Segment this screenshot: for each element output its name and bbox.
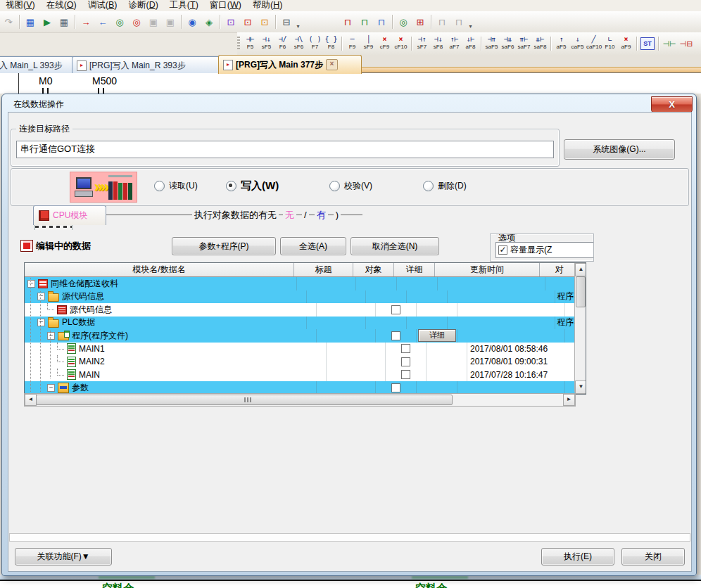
verify-doc-icon[interactable]: ⊡ bbox=[223, 14, 239, 30]
tab-cpu-module[interactable]: CPU模块 bbox=[33, 205, 106, 225]
ladder-symbol-button-caF5[interactable]: ↓caF5 bbox=[569, 34, 586, 53]
menu-item[interactable]: 调试(B) bbox=[82, 0, 123, 11]
table-row[interactable]: MAIN2017/07/28 10:16:47 bbox=[25, 369, 586, 382]
device-batch-monitor-icon[interactable]: ▦ bbox=[56, 14, 72, 30]
table-horizontal-scrollbar[interactable]: ◄ ► bbox=[24, 393, 576, 407]
edit-ladder-icon[interactable]: ⊣⊢ bbox=[662, 36, 677, 51]
target-checkbox[interactable] bbox=[401, 370, 410, 379]
ladder-symbol-button-aF5[interactable]: ↑aF5 bbox=[553, 34, 569, 53]
tree-expander-icon[interactable]: – bbox=[47, 384, 55, 392]
table-row[interactable]: –参数 bbox=[25, 381, 586, 395]
select-all-button[interactable]: 全选(A) bbox=[280, 237, 346, 255]
ladder-symbol-button-F7[interactable]: ( )F7 bbox=[307, 34, 323, 53]
monitor-resume-icon[interactable]: ▣ bbox=[163, 14, 178, 30]
menu-item[interactable]: 工具(T) bbox=[164, 0, 204, 11]
ladder-disabled-1-icon[interactable]: ⊓ bbox=[434, 14, 450, 30]
ladder-symbol-button-F10[interactable]: ∟F10 bbox=[602, 34, 618, 53]
monitor-start-icon[interactable]: ◎ bbox=[112, 14, 127, 30]
column-header[interactable]: 更新时间 bbox=[435, 263, 540, 276]
column-header[interactable]: 标题 bbox=[294, 263, 353, 276]
related-functions-button[interactable]: 关联功能(F)▼ bbox=[15, 548, 112, 565]
ladder-symbol-button-sF6[interactable]: ⊣\sF6 bbox=[291, 34, 307, 53]
system-image-button[interactable]: 系统图像(G)... bbox=[564, 139, 675, 160]
target-checkbox[interactable] bbox=[391, 331, 400, 340]
ladder-disabled-2-icon[interactable]: ⊓ bbox=[451, 14, 467, 30]
scroll-down-button[interactable]: ▼ bbox=[575, 381, 586, 394]
ladder-monitor-red-icon[interactable]: ⊓ bbox=[340, 14, 355, 30]
ladder-symbol-button-saF8[interactable]: ⇊⊢saF8 bbox=[532, 34, 548, 53]
table-row[interactable]: MAIN12017/08/01 08:58:46 bbox=[25, 343, 586, 356]
column-header[interactable]: 详细 bbox=[394, 263, 435, 276]
ladder-symbol-button-cF9[interactable]: ×cF9 bbox=[377, 34, 393, 53]
document-tab-active[interactable]: ▸[PRG]写入 Main 377步× bbox=[218, 55, 362, 74]
table-vertical-scrollbar[interactable]: ▲ ▼ bbox=[574, 263, 586, 392]
ladder-symbol-button-sF8[interactable]: ⊣↓sF8 bbox=[430, 34, 446, 53]
toolbar-overflow-icon[interactable]: ▾ bbox=[467, 14, 474, 30]
menu-item[interactable]: 窗口(W) bbox=[204, 0, 247, 11]
ladder-symbol-button-F8[interactable]: { }F8 bbox=[323, 34, 339, 53]
write-to-plc-icon[interactable]: → bbox=[78, 14, 94, 30]
device-diamond-icon[interactable]: ◈ bbox=[201, 14, 217, 30]
read-from-plc-icon[interactable]: ← bbox=[95, 14, 110, 30]
detail-button[interactable]: 详细 bbox=[418, 329, 456, 342]
ladder-symbol-button-aF7[interactable]: ↑⊢aF7 bbox=[446, 34, 462, 53]
menu-item[interactable]: 诊断(D) bbox=[122, 0, 163, 11]
tree-expander-icon[interactable]: – bbox=[37, 319, 45, 326]
tab-close-icon[interactable]: × bbox=[326, 59, 338, 70]
target-checkbox[interactable] bbox=[391, 383, 400, 392]
ladder-pulse-icon[interactable]: ⊓ bbox=[374, 14, 389, 30]
document-tab[interactable]: 入 Main_L 393步 bbox=[0, 56, 79, 74]
radio-read[interactable]: 读取(U) bbox=[154, 180, 198, 191]
column-header[interactable]: 模块名/数据名 bbox=[25, 263, 294, 276]
screen-monitor-icon[interactable]: ▶ bbox=[39, 14, 55, 30]
ladder-symbol-button-F5[interactable]: ⊣⊢F5 bbox=[242, 34, 258, 53]
find-monitor-icon[interactable]: ◎ bbox=[396, 14, 411, 30]
table-row[interactable]: 源代码信息 bbox=[25, 303, 586, 317]
close-button[interactable]: 关闭 bbox=[621, 548, 685, 565]
target-checkbox[interactable] bbox=[401, 357, 410, 366]
ladder-symbol-button-sF7[interactable]: ⊣↑sF7 bbox=[414, 34, 430, 53]
tree-expander-icon[interactable]: – bbox=[27, 280, 35, 288]
ladder-symbol-button-caF10[interactable]: ╱caF10 bbox=[586, 34, 602, 53]
column-header[interactable]: 对 bbox=[540, 263, 579, 276]
ladder-symbol-button-saF6[interactable]: ⊣⇊saF6 bbox=[500, 34, 516, 53]
st-language-icon[interactable]: ST bbox=[640, 37, 655, 50]
device-test-icon[interactable]: ◉ bbox=[184, 14, 200, 30]
radio-verify[interactable]: 校验(V) bbox=[329, 180, 372, 191]
monitor-pause-icon[interactable]: ▣ bbox=[146, 14, 161, 30]
scroll-right-button[interactable]: ► bbox=[563, 394, 575, 406]
radio-write[interactable]: 写入(W) bbox=[226, 180, 279, 191]
ladder-symbol-button-sF5[interactable]: ⊣↓sF5 bbox=[258, 34, 274, 53]
ladder-symbol-button-aF9[interactable]: ×aF9 bbox=[618, 34, 634, 53]
menu-item[interactable]: 在线(O) bbox=[41, 0, 82, 11]
tree-expander-icon[interactable]: – bbox=[47, 332, 55, 340]
column-header[interactable]: 对象 bbox=[353, 263, 394, 276]
menu-item[interactable]: 视图(V) bbox=[0, 0, 41, 11]
capacity-checkbox[interactable]: ✓ bbox=[498, 245, 507, 255]
ladder-symbol-button-sF9[interactable]: │sF9 bbox=[360, 34, 377, 53]
table-row[interactable]: –同维仓储配送收料 bbox=[25, 277, 586, 290]
screen-icon[interactable]: ⊟ bbox=[279, 14, 294, 30]
ladder-symbol-button-aF8[interactable]: ↓⊢aF8 bbox=[462, 34, 479, 53]
close-icon[interactable]: X bbox=[651, 96, 693, 113]
device-monitor-icon[interactable]: ▦ bbox=[23, 14, 38, 30]
read-doc-icon[interactable]: ⊡ bbox=[257, 14, 272, 30]
ladder-symbol-button-saF7[interactable]: ⇈⊢saF7 bbox=[516, 34, 532, 53]
ladder-symbol-button-saF5[interactable]: ⊣⇈saF5 bbox=[484, 34, 500, 53]
table-row[interactable]: –程序(程序文件)详细 bbox=[25, 329, 586, 343]
ladder-symbol-button-F6[interactable]: ⊣/F6 bbox=[274, 34, 291, 53]
horizontal-scroll-thumb[interactable] bbox=[36, 395, 453, 405]
scroll-up-button[interactable]: ▲ bbox=[575, 263, 586, 276]
ladder-monitor-green-icon[interactable]: ⊓ bbox=[357, 14, 372, 30]
menu-item[interactable]: 帮助(H) bbox=[247, 0, 288, 11]
table-row[interactable]: –源代码信息程序存 bbox=[25, 290, 586, 304]
monitor-stop-icon[interactable]: ◎ bbox=[129, 14, 144, 30]
write-monitor-icon[interactable]: ⊞ bbox=[412, 14, 428, 30]
table-row[interactable]: –PLC数据程序存 bbox=[25, 317, 586, 330]
ladder-symbol-button-cF10[interactable]: ×cF10 bbox=[393, 34, 409, 53]
execute-button[interactable]: 执行(E) bbox=[541, 548, 614, 565]
document-tab[interactable]: ▸[PRG]写入 Main_R 393步 bbox=[72, 56, 225, 74]
scroll-left-button[interactable]: ◄ bbox=[25, 394, 37, 406]
tree-expander-icon[interactable]: – bbox=[37, 293, 45, 300]
connection-path-input[interactable]: 串行通信GOT连接 bbox=[16, 141, 554, 158]
